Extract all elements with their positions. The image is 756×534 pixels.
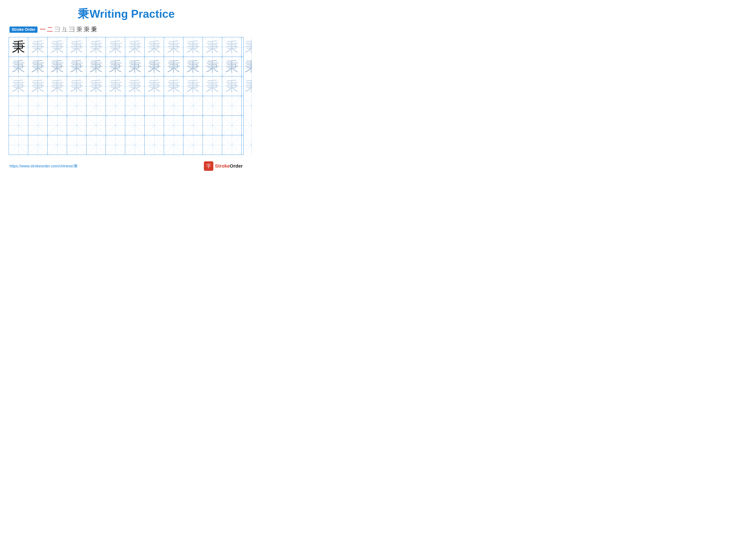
practice-character: 秉 — [78, 8, 89, 20]
char-cell: 秉 — [109, 60, 122, 73]
svg-line-82 — [48, 96, 67, 115]
grid-cell-5-8 — [145, 116, 164, 135]
char-cell: 秉 — [206, 80, 219, 93]
grid-cell-3-6: 秉 — [106, 76, 125, 96]
grid-cell-1-2: 秉 — [28, 37, 48, 57]
grid-cell-4-7 — [125, 96, 145, 115]
stroke-order-row: Stroke Order 一 二 彐 彑 彐 秉 秉 秉 — [9, 25, 244, 34]
svg-line-120 — [164, 116, 183, 135]
grid-cell-3-9: 秉 — [164, 76, 183, 96]
grid-cell-2-6: 秉 — [106, 57, 125, 76]
svg-line-86 — [86, 96, 106, 115]
char-cell: 秉 — [186, 80, 200, 93]
char-cell: 秉 — [51, 80, 64, 93]
svg-line-144 — [145, 135, 164, 155]
grid-cell-2-11: 秉 — [203, 57, 222, 76]
grid-cell-2-8: 秉 — [145, 57, 164, 76]
grid-cell-6-7 — [125, 135, 145, 155]
svg-line-138 — [86, 135, 106, 155]
char-cell: 秉 — [109, 40, 122, 54]
svg-line-98 — [203, 96, 222, 115]
svg-line-150 — [203, 135, 222, 155]
grid-cell-3-12: 秉 — [222, 76, 242, 96]
grid-cell-1-1: 秉 — [9, 37, 28, 57]
footer-url[interactable]: https://www.strokeorder.com/chinese/秉 — [10, 164, 78, 169]
grid-cell-3-7: 秉 — [125, 76, 145, 96]
grid-cell-1-12: 秉 — [222, 37, 242, 57]
svg-line-148 — [183, 135, 202, 155]
footer-logo: 字 StrokeOrder — [204, 161, 243, 171]
svg-line-147 — [164, 135, 183, 155]
grid-cell-3-11: 秉 — [203, 76, 222, 96]
svg-line-99 — [203, 96, 222, 115]
char-cell: 秉 — [128, 80, 142, 93]
svg-line-129 — [242, 116, 252, 135]
char-cell: 秉 — [167, 40, 180, 54]
grid-cell-4-4 — [67, 96, 86, 115]
svg-line-137 — [67, 135, 86, 155]
svg-line-90 — [125, 96, 145, 115]
grid-cell-6-11 — [203, 135, 222, 155]
grid-cell-1-4: 秉 — [67, 37, 86, 57]
svg-line-117 — [125, 116, 145, 135]
char-cell: 秉 — [31, 60, 44, 73]
grid-cell-2-12: 秉 — [222, 57, 242, 76]
footer: https://www.strokeorder.com/chinese/秉 字 … — [9, 161, 244, 171]
grid-cell-3-10: 秉 — [183, 76, 203, 96]
svg-line-125 — [203, 116, 222, 135]
stroke-step-5: 彐 — [69, 25, 75, 34]
grid-cell-4-1 — [9, 96, 28, 115]
grid-cell-5-4 — [67, 116, 86, 135]
grid-cell-6-12 — [222, 135, 242, 155]
grid-cell-2-5: 秉 — [86, 57, 106, 76]
char-cell: 秉 — [70, 60, 83, 73]
grid-cell-2-4: 秉 — [67, 57, 86, 76]
svg-line-127 — [222, 116, 241, 135]
svg-line-118 — [145, 116, 164, 135]
svg-line-80 — [28, 96, 47, 115]
svg-line-115 — [106, 116, 125, 135]
footer-logo-text: StrokeOrder — [215, 163, 243, 169]
char-cell: 秉 — [206, 40, 219, 54]
char-cell: 秉 — [245, 40, 252, 54]
svg-line-155 — [242, 135, 252, 155]
grid-cell-5-9 — [164, 116, 183, 135]
svg-line-139 — [86, 135, 106, 155]
grid-cell-6-13 — [242, 135, 252, 155]
grid-cell-1-7: 秉 — [125, 37, 145, 57]
char-cell: 秉 — [225, 60, 239, 73]
grid-cell-1-8: 秉 — [145, 37, 164, 57]
svg-line-114 — [106, 116, 125, 135]
strokeorder-logo-icon: 字 — [204, 161, 213, 171]
svg-line-116 — [125, 116, 145, 135]
grid-cell-2-10: 秉 — [183, 57, 203, 76]
svg-line-102 — [242, 96, 252, 115]
practice-grid: 秉 秉 秉 秉 秉 秉 秉 秉 — [9, 37, 244, 155]
char-cell: 秉 — [90, 40, 103, 54]
char-cell: 秉 — [128, 40, 142, 54]
svg-line-93 — [145, 96, 164, 115]
page-title-text: Writing Practice — [90, 8, 175, 20]
char-cell: 秉 — [245, 60, 252, 73]
grid-cell-3-2: 秉 — [28, 76, 48, 96]
stroke-order-badge: Stroke Order — [10, 27, 38, 33]
char-cell: 秉 — [186, 60, 200, 73]
footer-logo-stroke: Stroke — [215, 163, 230, 169]
grid-cell-6-3 — [48, 135, 67, 155]
svg-line-107 — [28, 116, 47, 135]
grid-cell-2-13: 秉 — [242, 57, 252, 76]
grid-cell-5-7 — [125, 116, 145, 135]
stroke-step-4: 彑 — [62, 25, 68, 34]
svg-line-97 — [183, 96, 202, 115]
stroke-sequence: 一 二 彐 彑 彐 秉 秉 秉 — [40, 25, 97, 34]
svg-line-79 — [9, 96, 28, 115]
svg-line-130 — [9, 135, 28, 155]
grid-row-6 — [9, 135, 243, 155]
svg-line-85 — [67, 96, 86, 115]
stroke-step-2: 二 — [47, 25, 53, 34]
grid-cell-2-2: 秉 — [28, 57, 48, 76]
svg-line-128 — [242, 116, 252, 135]
svg-line-101 — [222, 96, 241, 115]
svg-line-135 — [48, 135, 67, 155]
grid-cell-5-13 — [242, 116, 252, 135]
